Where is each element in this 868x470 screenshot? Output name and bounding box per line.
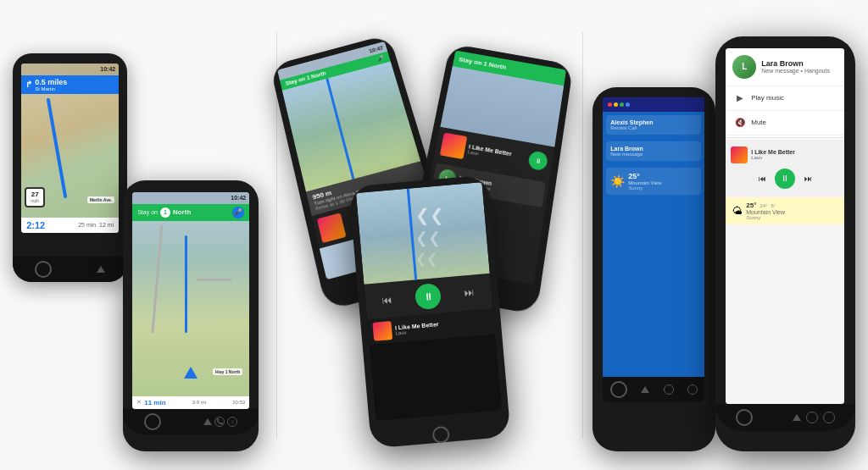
nav-street-back: St Martin [35, 86, 67, 91]
weather-high: 24° [760, 203, 767, 208]
contact-1-name: Alexis Stephen [610, 119, 697, 125]
skip-fwd-center[interactable]: ⏭ [464, 286, 475, 299]
play-icon: ▶ [734, 92, 746, 104]
phone-left-back: 10:42 ↱ 0.5 miles St Martin Merlin Ave. … [13, 53, 127, 282]
aa-header [603, 97, 704, 112]
skip-back-center[interactable]: ⏮ [381, 293, 392, 306]
screen-back: 10:42 ↱ 0.5 miles St Martin Merlin Ave. … [21, 64, 119, 233]
album-art-mid [440, 132, 468, 159]
music-card-front: I Like Me Better Lauv ⏮ ⏸ ⏭ [726, 140, 844, 197]
road-label-back: Merlin Ave. [87, 196, 114, 203]
divider-right [582, 32, 583, 439]
phone-right-front: L Lara Brown New message • Hangouts ▶ Pl… [715, 36, 855, 451]
skip-fwd-front[interactable]: ⏭ [802, 173, 814, 185]
home-button-front[interactable] [144, 413, 161, 430]
arrows-overlay: ❮❮ ❮❮ ❮❮ [415, 204, 444, 266]
contact-2-name: Lara Brown [610, 146, 697, 152]
weather-low: 6° [771, 203, 776, 208]
mic-icon-front[interactable]: 🎤 [232, 207, 244, 218]
eta-dist-front: 3.9 mi [192, 400, 206, 405]
mic-center-back[interactable]: 🎤 [376, 54, 385, 62]
dot-green [620, 102, 624, 107]
nav-controls-front: 📞 ♫ [203, 417, 237, 427]
nav-controls-right-front [793, 412, 835, 423]
bottom-nav-front: 📞 ♫ [123, 409, 259, 434]
notif-panel: L Lara Brown New message • Hangouts ▶ Pl… [726, 48, 844, 404]
weather-cond-front: Sunny [746, 215, 785, 220]
play-btn-large-front[interactable]: ⏸ [775, 169, 795, 189]
contact-card-1[interactable]: Alexis Stephen Recent Call [606, 115, 701, 135]
weather-cond-back: Sunny [628, 185, 661, 191]
action-play-label: Play music [751, 94, 784, 102]
nav-banner-front: Stay on 1 North 🎤 [132, 204, 249, 221]
home-button-back[interactable] [35, 261, 52, 278]
weather-city-front: Mountain View [746, 209, 785, 215]
home-right-front[interactable] [736, 409, 753, 426]
weather-info-back: 25° Mountain View Sunny [628, 172, 661, 191]
eta-dist-back: 25 min 12 mi [78, 222, 114, 228]
play-btn-mid[interactable]: ⏸ [527, 150, 548, 171]
skip-back-front[interactable]: ⏮ [756, 173, 768, 185]
music-title-front: I Like Me Better [751, 149, 795, 155]
nav-btn-1[interactable] [203, 418, 212, 425]
call-right-back[interactable] [664, 384, 674, 395]
action-mute[interactable]: 🔇 Mute [726, 111, 844, 135]
bottom-nav-back [13, 257, 127, 282]
nav-btn-right-front[interactable] [793, 414, 801, 421]
route-line-front [185, 235, 187, 333]
nav-button-back[interactable] [97, 266, 105, 273]
weather-bar-front: 🌤 25° 24° 6° Mountain View Sunny [726, 197, 844, 224]
tilt-bottom-front [370, 416, 510, 448]
nav-banner-back: ↱ 0.5 miles St Martin [21, 75, 119, 94]
chevron-1: ❮❮ [415, 204, 444, 224]
route-center-back [326, 78, 354, 180]
weather-card-back: ☀️ 25° Mountain View Sunny [606, 168, 701, 195]
weather-icon-front: 🌤 [732, 205, 743, 217]
spacer-back [603, 198, 704, 377]
section-right: Alexis Stephen Recent Call Lara Brown Ne… [593, 19, 855, 451]
weather-temps: 25° 24° 6° [746, 202, 785, 209]
nav-right-back[interactable] [641, 386, 649, 393]
album-art-center-front [372, 321, 392, 341]
eta-bar-back: 2:12 25 min 12 mi [21, 218, 119, 233]
separator-front [726, 137, 844, 138]
screen-right-back-inner: Alexis Stephen Recent Call Lara Brown Ne… [603, 97, 704, 402]
music-right-back[interactable] [687, 384, 698, 395]
road-label-front: Hwy 1 North [213, 368, 242, 375]
call-btn-right-front[interactable] [806, 412, 818, 423]
time-center-back: 10:47 [369, 44, 384, 53]
screen-front: 10:42 Stay on 1 North 🎤 Hwy 1 No [132, 192, 249, 409]
dot-yellow [614, 102, 618, 107]
music-btn-right-front[interactable] [823, 412, 835, 423]
call-btn[interactable]: 📞 [214, 417, 225, 427]
dot-blue [626, 102, 630, 107]
status-bar-back: 10:42 [21, 64, 119, 75]
nav-dist-back: 0.5 miles [35, 78, 67, 86]
home-right-back[interactable] [610, 381, 627, 398]
weather-info-front: 25° 24° 6° Mountain View Sunny [746, 202, 785, 220]
weather-temp-back: 25° [628, 172, 661, 180]
music-artist-front: Lauv [751, 155, 795, 160]
road-v1 [151, 224, 163, 333]
contact-card-2[interactable]: Lara Brown New message [606, 141, 701, 161]
bottom-nav-right-back [603, 377, 704, 402]
music-btn[interactable]: ♫ [227, 417, 237, 427]
screen-right-front-inner: L Lara Brown New message • Hangouts ▶ Pl… [726, 48, 844, 404]
contact-1-sub: Recent Call [610, 125, 697, 130]
action-play-music[interactable]: ▶ Play music [726, 86, 844, 111]
nav-arrow-indicator [184, 367, 198, 379]
time-front: 10:42 [231, 195, 246, 201]
phone-right-back: Alexis Stephen Recent Call Lara Brown Ne… [593, 87, 715, 451]
home-tilt-front[interactable] [431, 425, 450, 444]
track-info-center-front: I Like Me Better Lauv [395, 320, 440, 335]
eta-arrival-front: 10:53 [232, 400, 245, 405]
music-track-row: I Like Me Better Lauv [731, 145, 839, 165]
google-dots [608, 102, 630, 107]
action-mute-label: Mute [751, 119, 766, 126]
speed-badge: 27 mph [25, 187, 45, 207]
time-back: 10:42 [100, 66, 115, 72]
play-center-front[interactable]: ⏸ [415, 282, 442, 310]
notif-text: Lara Brown New message • Hangouts [761, 59, 830, 74]
avatar-lara: L [732, 55, 756, 79]
section-left: 10:42 ↱ 0.5 miles St Martin Merlin Ave. … [13, 19, 267, 451]
